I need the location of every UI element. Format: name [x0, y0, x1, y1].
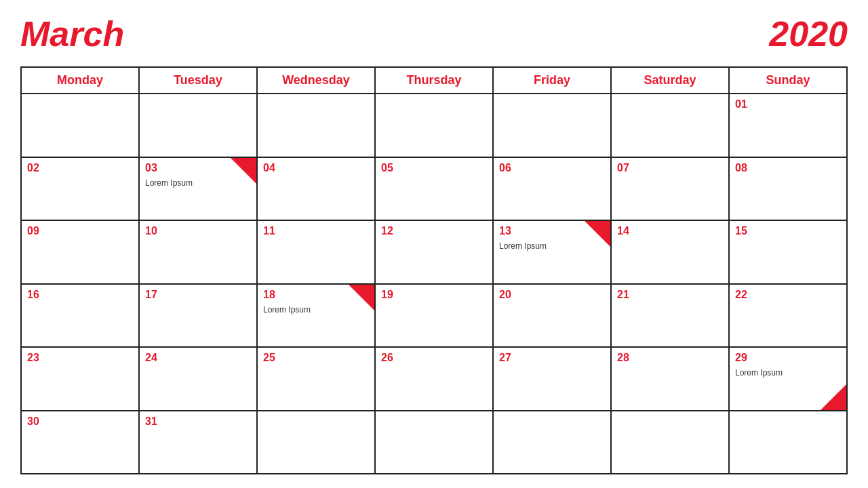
- day-number: 17: [145, 289, 251, 301]
- day-number: 27: [499, 352, 605, 364]
- corner-flag-top-right: [585, 221, 610, 247]
- header-row: March 2020: [20, 14, 848, 54]
- day-cell[interactable]: 21: [612, 285, 730, 347]
- day-number: 20: [499, 289, 605, 301]
- day-header-thursday: Thursday: [376, 68, 494, 94]
- day-number: 31: [145, 415, 251, 428]
- day-cell[interactable]: 08: [730, 158, 848, 220]
- day-cell[interactable]: 18Lorem Ipsum: [258, 285, 376, 347]
- day-number: 05: [381, 162, 487, 174]
- calendar-grid: MondayTuesdayWednesdayThursdayFridaySatu…: [20, 66, 848, 474]
- day-number: 10: [145, 225, 251, 237]
- day-number: 26: [381, 352, 487, 364]
- day-cell[interactable]: [612, 411, 730, 474]
- day-cell[interactable]: [730, 411, 848, 474]
- corner-flag-top-right: [349, 285, 374, 310]
- day-cell[interactable]: [376, 411, 494, 474]
- day-cell[interactable]: 20: [494, 285, 612, 347]
- day-cell[interactable]: 09: [22, 221, 140, 283]
- day-number: 01: [735, 98, 841, 110]
- day-cell[interactable]: 28: [612, 348, 730, 410]
- day-cell[interactable]: 14: [612, 221, 730, 283]
- day-number: 09: [27, 225, 133, 237]
- day-number: 14: [617, 225, 723, 237]
- corner-flag-bottom-right: [821, 384, 846, 410]
- day-number: 16: [27, 289, 133, 301]
- day-number: 25: [263, 352, 369, 364]
- day-header-monday: Monday: [22, 68, 140, 94]
- day-cell[interactable]: 31: [140, 411, 258, 474]
- day-cell[interactable]: 01: [730, 94, 848, 157]
- day-cell[interactable]: 22: [730, 285, 848, 347]
- week-row-2: 0203Lorem Ipsum0405060708: [22, 158, 848, 222]
- day-cell[interactable]: 29Lorem Ipsum: [730, 348, 848, 410]
- day-cell[interactable]: 03Lorem Ipsum: [140, 158, 258, 220]
- corner-flag-top-right: [231, 158, 256, 184]
- day-number: 30: [27, 415, 133, 428]
- day-cell[interactable]: 24: [140, 348, 258, 410]
- day-number: 23: [27, 352, 133, 364]
- day-note: Lorem Ipsum: [735, 368, 841, 378]
- day-cell[interactable]: 11: [258, 221, 376, 283]
- day-cell[interactable]: 23: [22, 348, 140, 410]
- calendar-container: March 2020 MondayTuesdayWednesdayThursda…: [0, 0, 868, 488]
- day-header-tuesday: Tuesday: [140, 68, 258, 94]
- week-row-1: 01: [22, 94, 848, 158]
- day-header-friday: Friday: [494, 68, 612, 94]
- day-cell[interactable]: [258, 94, 376, 157]
- day-cell[interactable]: 27: [494, 348, 612, 410]
- day-header-wednesday: Wednesday: [258, 68, 376, 94]
- day-header-saturday: Saturday: [612, 68, 730, 94]
- day-cell[interactable]: 06: [494, 158, 612, 220]
- day-cell[interactable]: 30: [22, 411, 140, 474]
- day-cell[interactable]: [494, 411, 612, 474]
- day-number: 15: [735, 225, 841, 237]
- day-cell[interactable]: 04: [258, 158, 376, 220]
- day-number: 06: [499, 162, 605, 174]
- year-title: 2020: [769, 14, 848, 54]
- week-row-3: 0910111213Lorem Ipsum1415: [22, 221, 848, 285]
- day-cell[interactable]: 26: [376, 348, 494, 410]
- day-cell[interactable]: 15: [730, 221, 848, 283]
- day-number: 22: [735, 289, 841, 301]
- day-cell[interactable]: 10: [140, 221, 258, 283]
- day-number: 02: [27, 162, 133, 174]
- day-cell[interactable]: 07: [612, 158, 730, 220]
- week-row-5: 23242526272829Lorem Ipsum: [22, 348, 848, 411]
- day-cell[interactable]: [258, 411, 376, 474]
- day-number: 19: [381, 289, 487, 301]
- week-row-6: 3031: [22, 411, 848, 475]
- day-cell[interactable]: [22, 94, 140, 157]
- day-headers: MondayTuesdayWednesdayThursdayFridaySatu…: [20, 66, 848, 94]
- day-number: 04: [263, 162, 369, 174]
- day-header-sunday: Sunday: [730, 68, 848, 94]
- day-cell[interactable]: 05: [376, 158, 494, 220]
- day-cell[interactable]: 02: [22, 158, 140, 220]
- day-number: 21: [617, 289, 723, 301]
- month-title: March: [20, 14, 124, 54]
- day-cell[interactable]: 13Lorem Ipsum: [494, 221, 612, 283]
- day-cell[interactable]: [376, 94, 494, 157]
- day-cell[interactable]: [612, 94, 730, 157]
- day-number: 07: [617, 162, 723, 174]
- day-cell[interactable]: [140, 94, 258, 157]
- day-cell[interactable]: 19: [376, 285, 494, 347]
- day-number: 24: [145, 352, 251, 364]
- day-number: 11: [263, 225, 369, 237]
- day-cell[interactable]: 17: [140, 285, 258, 347]
- day-cell[interactable]: [494, 94, 612, 157]
- day-number: 08: [735, 162, 841, 174]
- day-cell[interactable]: 16: [22, 285, 140, 347]
- weeks-container: 010203Lorem Ipsum04050607080910111213Lor…: [20, 94, 848, 474]
- day-cell[interactable]: 12: [376, 221, 494, 283]
- week-row-4: 161718Lorem Ipsum19202122: [22, 285, 848, 348]
- day-number: 12: [381, 225, 487, 237]
- day-number: 29: [735, 352, 841, 364]
- day-number: 28: [617, 352, 723, 364]
- day-cell[interactable]: 25: [258, 348, 376, 410]
